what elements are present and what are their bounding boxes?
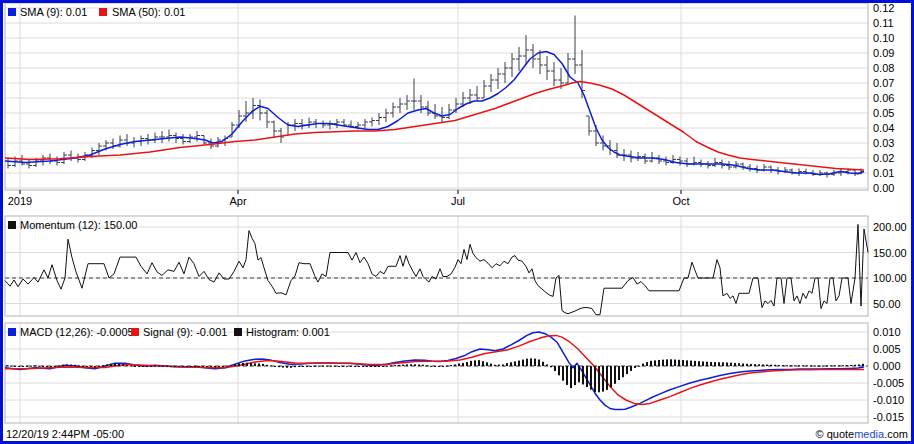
macd-swatch-icon bbox=[8, 328, 16, 336]
sma9-swatch-icon bbox=[8, 8, 16, 16]
y-tick-label: -0.015 bbox=[873, 411, 904, 423]
y-tick-label: 100.00 bbox=[873, 272, 907, 284]
y-tick-label: 0.10 bbox=[873, 32, 894, 44]
macd-legend: MACD (12,26): -0.0005 Signal (9): -0.001… bbox=[8, 326, 330, 338]
quotemedia-credit[interactable]: © quotemedia.com bbox=[815, 428, 908, 440]
y-tick-label: 0.02 bbox=[873, 152, 894, 164]
y-tick-label: 200.00 bbox=[873, 221, 907, 233]
y-tick-label: 0.01 bbox=[873, 167, 894, 179]
x-tick-label: Jul bbox=[451, 195, 465, 207]
credit-brand[interactable]: media bbox=[854, 428, 885, 440]
panel-borders bbox=[5, 3, 868, 423]
sma50-legend-label: SMA (50): 0.01 bbox=[112, 6, 185, 18]
momentum-legend: Momentum (12): 150.00 bbox=[8, 219, 137, 231]
sma9-legend-label: SMA (9): 0.01 bbox=[20, 6, 87, 18]
y-tick-label: 0.00 bbox=[873, 182, 894, 194]
y-tick-label: 50.00 bbox=[873, 298, 901, 310]
y-tick-label: 0.12 bbox=[873, 2, 894, 14]
y-tick-label: 0.010 bbox=[873, 326, 901, 338]
credit-copy: © quote bbox=[815, 428, 854, 440]
y-tick-label: 0.05 bbox=[873, 107, 894, 119]
y-tick-label: 0.08 bbox=[873, 62, 894, 74]
y-tick-label: -0.010 bbox=[873, 394, 904, 406]
momentum-legend-label: Momentum (12): 150.00 bbox=[20, 219, 137, 231]
credit-domain: .com bbox=[884, 428, 908, 440]
footer: 12/20/19 2:44PM -05:00 © quotemedia.com bbox=[6, 428, 908, 440]
y-tick-label: 0.03 bbox=[873, 137, 894, 149]
y-tick-label: 0.06 bbox=[873, 92, 894, 104]
x-tick-label: Oct bbox=[672, 195, 689, 207]
x-tick-label: Apr bbox=[229, 195, 246, 207]
x-tick-label: 2019 bbox=[8, 195, 32, 207]
y-tick-label: 0.09 bbox=[873, 47, 894, 59]
chart-series bbox=[5, 16, 868, 410]
stock-chart-widget: 0.120.110.100.090.080.070.060.050.040.03… bbox=[0, 0, 914, 444]
y-tick-label: 0.07 bbox=[873, 77, 894, 89]
y-tick-label: 150.00 bbox=[873, 247, 907, 259]
sma50-swatch-icon bbox=[99, 8, 107, 16]
histogram-legend-label: Histogram: 0.001 bbox=[246, 326, 330, 338]
histogram-swatch-icon bbox=[234, 328, 242, 336]
signal-legend-label: Signal (9): -0.001 bbox=[143, 326, 227, 338]
momentum-swatch-icon bbox=[8, 221, 16, 229]
y-tick-label: 0.11 bbox=[873, 17, 894, 29]
gridlines bbox=[5, 3, 868, 423]
y-tick-label: 0.000 bbox=[873, 360, 901, 372]
y-tick-label: 0.005 bbox=[873, 343, 901, 355]
macd-legend-label: MACD (12,26): -0.0005 bbox=[20, 326, 134, 338]
chart-svg: 0.120.110.100.090.080.070.060.050.040.03… bbox=[0, 0, 914, 444]
y-tick-label: -0.005 bbox=[873, 377, 904, 389]
timestamp-label: 12/20/19 2:44PM -05:00 bbox=[6, 428, 124, 440]
y-tick-label: 0.04 bbox=[873, 122, 894, 134]
signal-swatch-icon bbox=[131, 328, 139, 336]
